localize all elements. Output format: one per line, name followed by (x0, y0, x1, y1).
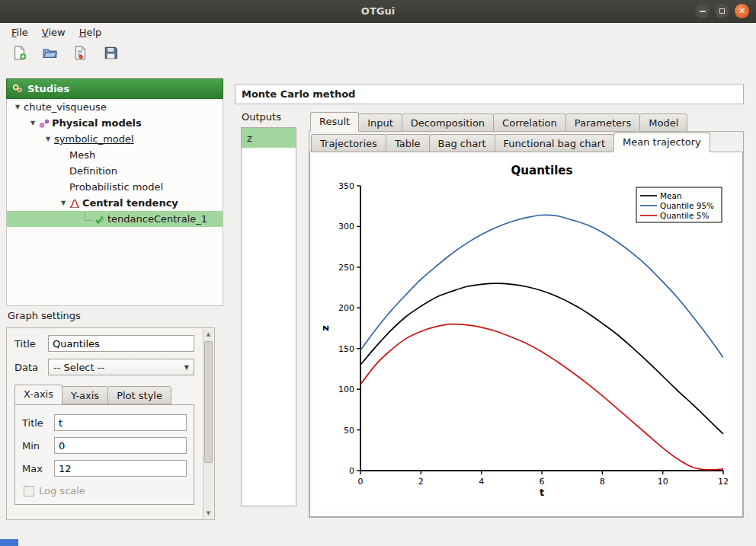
output-item-z[interactable]: z (242, 128, 296, 148)
svg-text:0: 0 (358, 477, 364, 487)
tree-item-label: Definition (69, 165, 117, 177)
x-axis-min-label: Min (22, 440, 48, 452)
svg-text:6: 6 (540, 477, 545, 487)
svg-text:300: 300 (338, 222, 354, 231)
tab-table[interactable]: Table (386, 134, 430, 152)
menu-view[interactable]: View (35, 24, 72, 40)
graph-title-label: Title (14, 338, 42, 350)
axis-tab-y-axis[interactable]: Y-axis (62, 386, 108, 404)
open-study-button[interactable] (40, 44, 59, 64)
tree-item-central-tendency[interactable]: ▼Central tendency (7, 195, 223, 211)
x-axis-min-input[interactable] (54, 437, 187, 454)
tree-item-definition[interactable]: Definition (7, 163, 223, 179)
tab-trajectories[interactable]: Trajectories (311, 134, 386, 152)
tree-item-label: symbolic_model (54, 133, 134, 145)
check-icon (94, 214, 107, 225)
tab-parameters[interactable]: Parameters (565, 113, 640, 132)
new-study-button[interactable] (9, 44, 29, 64)
minimize-icon (700, 11, 706, 12)
svg-text:Quantile 5%: Quantile 5% (660, 211, 709, 220)
studies-gear-icon (11, 82, 23, 96)
tree-item-label: tendanceCentrale_1 (107, 213, 207, 225)
tree-item-label: Probabilistic model (69, 181, 163, 193)
open-folder-icon (43, 46, 57, 62)
axis-tab-plot-style[interactable]: Plot style (107, 386, 171, 404)
chart-canvas: Quantiles050100150200250300350024681012t… (316, 160, 734, 504)
tab-functional-bag-chart[interactable]: Functional bag chart (495, 134, 614, 152)
result-tab-widget: ResultInputDecompositionCorrelationParam… (309, 112, 744, 518)
tree-item-symbolic-model[interactable]: ▼symbolic_model (7, 131, 223, 147)
svg-text:200: 200 (338, 303, 354, 313)
result-tab-pane: TrajectoriesTableBag chartFunctional bag… (309, 131, 744, 518)
tree-item-mesh[interactable]: Mesh (7, 147, 223, 163)
tree-item-probabilistic-model[interactable]: Probabilistic model (7, 179, 223, 195)
minimize-button[interactable] (695, 4, 710, 18)
outputs-list: z (241, 127, 296, 506)
data-select-dropdown[interactable]: -- Select -- ▼ (48, 359, 194, 375)
data-select-value: -- Select -- (53, 362, 104, 373)
svg-text:4: 4 (479, 477, 484, 487)
toolbar (0, 41, 756, 67)
studies-panel-title: Studies (27, 83, 69, 94)
settings-scrollbar[interactable]: ▲ ▼ (203, 329, 213, 519)
log-scale-checkbox[interactable] (24, 486, 34, 497)
svg-text:150: 150 (338, 344, 354, 354)
scrollbar-track[interactable] (203, 340, 213, 508)
svg-text:Mean: Mean (660, 191, 682, 200)
maximize-button[interactable] (715, 4, 729, 18)
mean-trajectory-pane: Quantiles050100150200250300350024681012t… (309, 152, 743, 517)
scroll-up-icon[interactable]: ▲ (203, 329, 213, 340)
window-title: OTGui (361, 5, 395, 17)
expander-icon[interactable]: ▼ (57, 200, 69, 206)
menu-help[interactable]: Help (72, 24, 109, 40)
tab-decomposition[interactable]: Decomposition (402, 113, 494, 132)
x-axis-settings-pane: Title Min Max Log scale (14, 404, 194, 505)
save-study-button[interactable] (101, 44, 120, 64)
close-button[interactable]: ✕ (735, 4, 749, 18)
outputs-label: Outputs (242, 111, 281, 123)
scroll-down-icon[interactable]: ▼ (203, 508, 213, 519)
save-icon (104, 46, 118, 62)
graph-settings-label: Graph settings (8, 310, 81, 321)
result-tabs-row: ResultInputDecompositionCorrelationParam… (309, 112, 744, 132)
menu-file[interactable]: File (5, 24, 35, 40)
expander-icon[interactable]: ▼ (42, 136, 54, 142)
expander-icon[interactable]: ▼ (11, 104, 24, 110)
maximize-icon (719, 8, 725, 14)
svg-text:2: 2 (418, 477, 424, 487)
graph-title-input[interactable] (48, 335, 194, 352)
window-buttons: ✕ (695, 4, 749, 18)
tree-item-label: Central tendency (82, 197, 178, 209)
svg-text:100: 100 (338, 385, 354, 394)
svg-text:z: z (319, 325, 331, 331)
x-axis-max-label: Max (22, 463, 48, 474)
expander-icon[interactable]: ▼ (27, 120, 39, 126)
tab-correlation[interactable]: Correlation (493, 113, 566, 132)
import-script-button[interactable] (70, 44, 90, 64)
tab-result[interactable]: Result (310, 112, 359, 132)
chevron-down-icon: ▼ (184, 364, 189, 371)
close-icon: ✕ (738, 7, 745, 15)
axis-tab-x-axis[interactable]: X-axis (14, 385, 62, 404)
svg-text:10: 10 (658, 477, 668, 487)
tab-input[interactable]: Input (358, 113, 402, 132)
tab-model[interactable]: Model (639, 113, 687, 132)
new-file-icon (12, 46, 27, 62)
tree-item-physical-models[interactable]: ▼Physical models (7, 115, 223, 131)
tab-bag-chart[interactable]: Bag chart (429, 134, 495, 152)
tree-item-tendancecentrale-1[interactable]: tendanceCentrale_1 (7, 211, 223, 227)
tab-mean-trajectory[interactable]: Mean trajectory (613, 133, 710, 152)
svg-text:50: 50 (344, 426, 354, 436)
title-bar: OTGui ✕ (0, 0, 756, 23)
svg-text:12: 12 (718, 477, 729, 487)
log-scale-label: Log scale (39, 485, 85, 497)
svg-text:350: 350 (338, 181, 354, 191)
tree-item-chute-visqueuse[interactable]: ▼chute_visqueuse (7, 99, 223, 115)
x-axis-title-label: Title (22, 417, 48, 429)
analysis-title: Monte Carlo method (242, 88, 355, 100)
x-axis-title-input[interactable] (54, 414, 187, 431)
central-tendency-icon (69, 198, 82, 209)
tree-item-label: Physical models (52, 117, 142, 129)
x-axis-max-input[interactable] (54, 460, 187, 477)
tree-item-label: Mesh (69, 149, 95, 161)
